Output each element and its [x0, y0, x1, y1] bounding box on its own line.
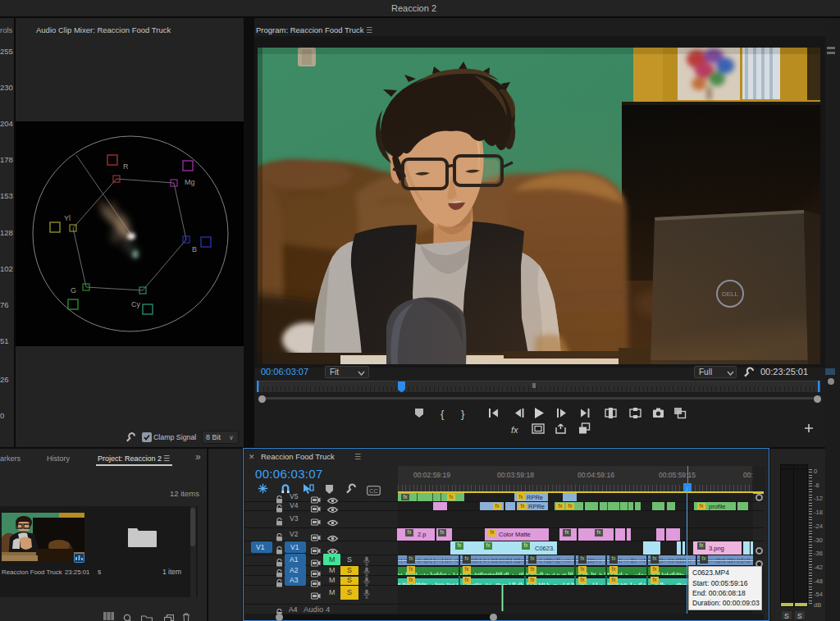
svg-text:Cy: Cy — [131, 300, 140, 308]
svg-text:}: } — [461, 408, 465, 420]
svg-text:fx: fx — [511, 425, 518, 435]
svg-text:G: G — [71, 286, 76, 295]
svg-text:Yl: Yl — [64, 214, 71, 222]
svg-text:Mg: Mg — [185, 178, 195, 186]
svg-text:{: { — [441, 408, 445, 420]
svg-text:CC: CC — [369, 487, 378, 495]
svg-text:R: R — [123, 162, 129, 171]
svg-text:B: B — [192, 245, 197, 253]
